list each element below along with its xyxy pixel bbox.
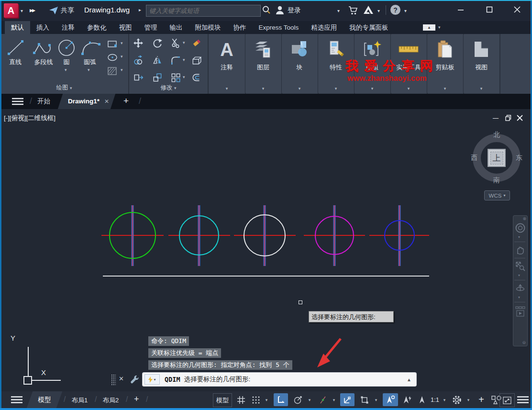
copy-icon[interactable] xyxy=(133,55,144,66)
user-icon[interactable] xyxy=(275,5,285,15)
annotation-scale-value[interactable]: 1:1 xyxy=(429,393,441,406)
hatch-caret-icon[interactable]: ▾ xyxy=(121,67,123,72)
ribbon-tab-featured-apps[interactable]: 精选应用 xyxy=(305,21,343,34)
isodraft-caret-icon[interactable]: ▾ xyxy=(331,393,337,406)
modify-panel-label[interactable]: 修改 ▾ xyxy=(129,84,208,92)
signin-caret-icon[interactable]: ▾ xyxy=(337,8,340,13)
trim-icon[interactable] xyxy=(170,38,181,48)
ellipse-icon[interactable] xyxy=(107,53,118,62)
ribbon-tab-my-panel[interactable]: 我的专属面板 xyxy=(343,21,394,34)
rotate-icon[interactable] xyxy=(152,38,163,48)
isodraft-toggle[interactable] xyxy=(316,393,330,406)
arc-label[interactable]: 圆弧 xyxy=(78,58,101,66)
command-customize-icon[interactable] xyxy=(129,374,140,385)
move-icon[interactable] xyxy=(133,38,144,48)
clipboard-caret-icon[interactable]: ▾ xyxy=(444,86,446,91)
share-icon[interactable] xyxy=(49,6,58,15)
drawing-entities[interactable] xyxy=(0,109,532,391)
view-panel[interactable]: 视图 ▾ xyxy=(464,34,499,93)
layout-menu-icon[interactable] xyxy=(11,396,23,404)
hatch-icon[interactable] xyxy=(107,66,118,76)
ribbon-tab-view[interactable]: 视图 xyxy=(113,21,138,34)
mirror-icon[interactable] xyxy=(152,55,163,66)
command-input[interactable]: ▾ QDIM 选择要标注的几何图形: ▲ xyxy=(143,373,416,386)
layers-panel[interactable]: 图层 ▾ xyxy=(245,34,281,93)
ribbon-tab-addins[interactable]: 附加模块 xyxy=(189,21,227,34)
stretch-icon[interactable] xyxy=(133,72,144,83)
new-layout-icon[interactable]: + xyxy=(134,394,139,404)
layout2-tab[interactable]: 布局2 xyxy=(103,396,119,405)
command-bar-grip[interactable] xyxy=(111,374,116,385)
array-caret-icon[interactable]: ▾ xyxy=(183,75,185,79)
workspace-caret-icon[interactable]: ▾ xyxy=(465,393,472,406)
block-caret-icon[interactable]: ▾ xyxy=(299,86,301,91)
osnap-tracking-toggle[interactable] xyxy=(340,393,355,406)
offset-icon[interactable] xyxy=(191,72,202,83)
polyline-label[interactable]: 多段线 xyxy=(28,58,59,66)
polar-caret-icon[interactable]: ▾ xyxy=(306,393,313,406)
draw-panel-label[interactable]: 绘图 ▾ xyxy=(0,84,128,92)
arc-icon[interactable] xyxy=(80,39,102,57)
ribbon-tab-manage[interactable]: 管理 xyxy=(138,21,164,34)
rectangle-caret-icon[interactable]: ▾ xyxy=(121,41,123,45)
annotation-panel[interactable]: A 注释 ▾ xyxy=(209,34,244,93)
search-box[interactable] xyxy=(146,5,261,17)
ribbon-tab-insert[interactable]: 插入 xyxy=(30,21,55,34)
autodesk-logo-icon[interactable] xyxy=(363,5,374,15)
trim-caret-icon[interactable]: ▾ xyxy=(183,40,185,45)
tab-drawing1[interactable]: Drawing1*✕ xyxy=(57,94,116,109)
ortho-toggle[interactable] xyxy=(274,393,288,406)
app-logo[interactable]: A xyxy=(4,3,18,18)
workspace-gear-icon[interactable] xyxy=(450,393,464,406)
command-options-chip[interactable]: ▾ xyxy=(144,374,160,385)
fillet-icon[interactable] xyxy=(170,55,181,66)
clean-screen-icon[interactable] xyxy=(499,393,515,407)
ribbon-tab-default[interactable]: 默认 xyxy=(5,21,30,34)
ribbon-tab-express-tools[interactable]: Express Tools xyxy=(253,21,305,34)
plus-tool-icon[interactable]: + xyxy=(475,393,488,406)
minimize-button[interactable] xyxy=(450,0,472,19)
properties-caret-icon[interactable]: ▾ xyxy=(335,86,337,91)
share-label[interactable]: 共享 xyxy=(61,6,74,15)
layers-caret-icon[interactable]: ▾ xyxy=(262,86,265,91)
array-icon[interactable] xyxy=(170,72,181,83)
search-expand-icon[interactable]: ▸ xyxy=(139,7,141,12)
ribbon-tab-annotate[interactable]: 注释 xyxy=(55,21,81,34)
snap-toggle[interactable] xyxy=(249,393,263,406)
maximize-button[interactable] xyxy=(478,0,500,19)
cart-icon[interactable] xyxy=(348,5,358,16)
help-icon[interactable]: ? xyxy=(390,5,400,15)
snap-caret-icon[interactable]: ▾ xyxy=(263,393,270,406)
ribbon-tab-output[interactable]: 输出 xyxy=(164,21,189,34)
model-toggle-button[interactable]: 模型 xyxy=(213,393,232,407)
line-label[interactable]: 直线 xyxy=(3,58,28,66)
command-history-expand-icon[interactable]: ▲ xyxy=(407,377,411,382)
command-bar-close-icon[interactable]: ✕ xyxy=(119,375,124,382)
fillet-caret-icon[interactable]: ▾ xyxy=(183,57,185,62)
annotation-visibility-toggle[interactable] xyxy=(383,393,398,406)
line-icon[interactable] xyxy=(7,39,25,57)
new-tab-icon[interactable]: + xyxy=(123,96,129,106)
annotation-autoscale-toggle[interactable] xyxy=(400,393,414,406)
annotation-scale-icon[interactable] xyxy=(415,393,429,406)
app-menu-caret-icon[interactable]: ▾ xyxy=(21,8,23,13)
circle-tool-icon[interactable] xyxy=(56,38,77,58)
grid-toggle[interactable] xyxy=(234,393,248,406)
polyline-icon[interactable] xyxy=(33,40,55,57)
groups-caret-icon[interactable]: ▾ xyxy=(371,86,374,91)
tab-close-icon[interactable]: ✕ xyxy=(104,98,109,105)
layout1-tab[interactable]: 布局1 xyxy=(72,396,88,405)
explode-icon[interactable] xyxy=(191,55,202,66)
osnap-toggle[interactable] xyxy=(357,393,372,406)
view-caret-icon[interactable]: ▾ xyxy=(480,86,483,91)
osnap-caret-icon[interactable]: ▾ xyxy=(373,393,379,406)
search-icon[interactable] xyxy=(262,5,271,15)
polar-tracking-toggle[interactable] xyxy=(291,393,305,406)
scale-caret-icon[interactable]: ▾ xyxy=(441,393,448,406)
close-button[interactable] xyxy=(506,0,528,19)
search-input[interactable] xyxy=(146,5,260,16)
ribbon-tab-parametric[interactable]: 参数化 xyxy=(81,21,113,34)
ribbon-collapse-caret-icon[interactable]: ▾ xyxy=(438,25,441,30)
circle-label[interactable]: 圆 xyxy=(56,58,77,66)
ribbon-tab-collaborate[interactable]: 协作 xyxy=(227,21,253,34)
